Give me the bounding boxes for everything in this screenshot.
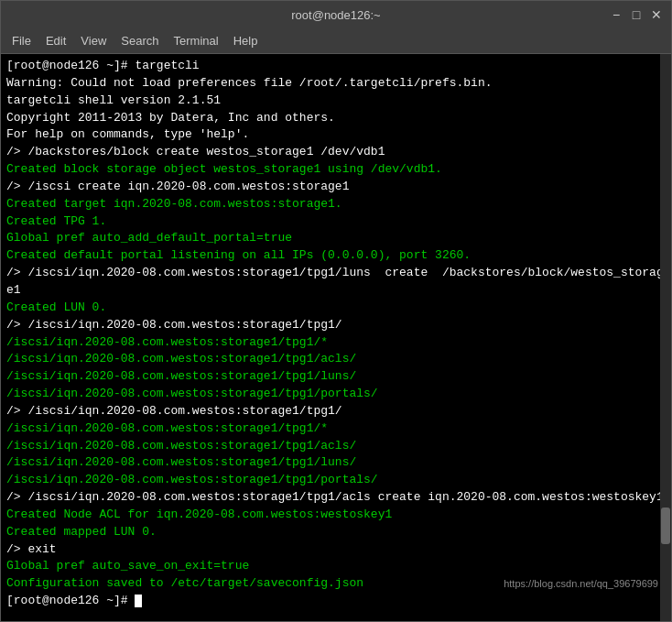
terminal-line: Warning: Could not load preferences file… bbox=[6, 75, 666, 93]
terminal-line: /> /iscsi/iqn.2020-08.com.westos:storage… bbox=[6, 403, 666, 420]
terminal-line: /> /backstores/block create westos_stora… bbox=[6, 144, 666, 161]
terminal-cursor bbox=[135, 595, 142, 607]
terminal-content: [root@node126 ~]# targetcliWarning: Coul… bbox=[6, 58, 666, 610]
terminal-line: Created LUN 0. bbox=[6, 300, 666, 317]
terminal-line: Copyright 2011-2013 by Datera, Inc and o… bbox=[6, 110, 666, 127]
terminal-line: Created block storage object westos_stor… bbox=[6, 161, 666, 179]
terminal-line: /iscsi/iqn.2020-08.com.westos:storage1/t… bbox=[6, 438, 666, 455]
menu-item-view[interactable]: View bbox=[73, 32, 114, 49]
maximize-button[interactable]: □ bbox=[629, 7, 644, 22]
terminal-line: /iscsi/iqn.2020-08.com.westos:storage1/t… bbox=[6, 334, 666, 352]
terminal-line: targetcli shell version 2.1.51 bbox=[6, 93, 666, 110]
terminal-line: Created target iqn.2020-08.com.westos:st… bbox=[6, 196, 666, 213]
terminal-line: /iscsi/iqn.2020-08.com.westos:storage1/t… bbox=[6, 351, 666, 368]
menu-item-edit[interactable]: Edit bbox=[38, 32, 73, 49]
menu-item-file[interactable]: File bbox=[5, 32, 38, 49]
terminal-line: Created Node ACL for iqn.2020-08.com.wes… bbox=[6, 507, 666, 524]
terminal-line: [root@node126 ~]# targetcli bbox=[6, 58, 666, 75]
terminal-line: [root@node126 ~]# bbox=[6, 593, 666, 610]
menubar: FileEditViewSearchTerminalHelp bbox=[1, 28, 671, 54]
terminal-line: /> /iscsi/iqn.2020-08.com.westos:storage… bbox=[6, 489, 666, 507]
terminal-line: Created mapped LUN 0. bbox=[6, 524, 666, 541]
terminal-line: /> /iscsi/iqn.2020-08.com.westos:storage… bbox=[6, 317, 666, 334]
terminal-line: /iscsi/iqn.2020-08.com.westos:storage1/t… bbox=[6, 386, 666, 403]
terminal-line: /> exit bbox=[6, 541, 666, 559]
terminal-line: /iscsi/iqn.2020-08.com.westos:storage1/t… bbox=[6, 368, 666, 386]
close-button[interactable]: ✕ bbox=[649, 7, 664, 22]
scrollbar[interactable] bbox=[660, 54, 671, 621]
window-controls: − □ ✕ bbox=[609, 7, 664, 22]
terminal-line: /iscsi/iqn.2020-08.com.westos:storage1/t… bbox=[6, 454, 666, 472]
terminal-line: Global pref auto_save_on_exit=true bbox=[6, 558, 666, 575]
terminal-line: /> /iscsi create iqn.2020-08.com.westos:… bbox=[6, 179, 666, 196]
menu-item-terminal[interactable]: Terminal bbox=[167, 32, 226, 49]
watermark: https://blog.csdn.net/qq_39679699 bbox=[504, 577, 658, 592]
terminal-line: Created TPG 1. bbox=[6, 213, 666, 231]
menu-item-search[interactable]: Search bbox=[114, 32, 166, 49]
terminal-line: Global pref auto_add_default_portal=true bbox=[6, 230, 666, 247]
terminal-window: root@node126:~ − □ ✕ FileEditViewSearchT… bbox=[0, 0, 672, 622]
terminal-line: Created default portal listening on all … bbox=[6, 247, 666, 265]
terminal-line: /iscsi/iqn.2020-08.com.westos:storage1/t… bbox=[6, 472, 666, 489]
window-title: root@node126:~ bbox=[291, 8, 380, 22]
terminal-line: /> /iscsi/iqn.2020-08.com.westos:storage… bbox=[6, 265, 666, 300]
terminal-line: For help on commands, type 'help'. bbox=[6, 126, 666, 144]
minimize-button[interactable]: − bbox=[609, 7, 623, 22]
scrollbar-thumb[interactable] bbox=[661, 507, 670, 544]
terminal-line: /iscsi/iqn.2020-08.com.westos:storage1/t… bbox=[6, 420, 666, 438]
menu-item-help[interactable]: Help bbox=[226, 32, 266, 49]
titlebar: root@node126:~ − □ ✕ bbox=[1, 1, 671, 28]
terminal-body[interactable]: [root@node126 ~]# targetcliWarning: Coul… bbox=[1, 54, 671, 621]
